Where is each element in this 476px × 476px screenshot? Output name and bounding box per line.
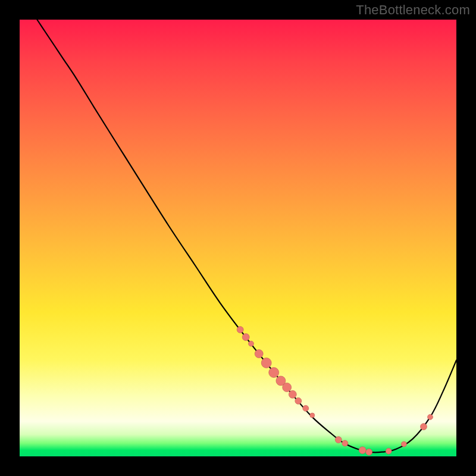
scatter-dot bbox=[261, 358, 271, 368]
watermark-text: TheBottleneck.com bbox=[356, 2, 470, 18]
scatter-dot bbox=[428, 414, 433, 419]
scatter-dot bbox=[359, 447, 366, 454]
scatter-dot bbox=[366, 449, 372, 455]
scatter-dot bbox=[283, 383, 292, 392]
scatter-dot bbox=[310, 413, 315, 418]
scatter-dot bbox=[269, 368, 279, 378]
curve-path bbox=[37, 20, 456, 452]
scatter-dot bbox=[303, 405, 309, 411]
scatter-dot bbox=[237, 327, 243, 333]
scatter-dot bbox=[249, 341, 254, 346]
scatter-dot bbox=[335, 437, 342, 443]
scatter-dot bbox=[242, 334, 249, 341]
app-frame: TheBottleneck.com bbox=[0, 0, 476, 476]
scatter-dot bbox=[295, 397, 302, 404]
scatter-dot bbox=[289, 390, 296, 398]
scatter-dot bbox=[386, 448, 392, 454]
scatter-dot bbox=[255, 350, 263, 358]
chart-plot-area bbox=[20, 20, 456, 456]
scatter-dot bbox=[342, 440, 348, 446]
chart-svg bbox=[20, 20, 456, 456]
scatter-dot bbox=[401, 441, 406, 447]
scatter-dot bbox=[421, 424, 427, 430]
